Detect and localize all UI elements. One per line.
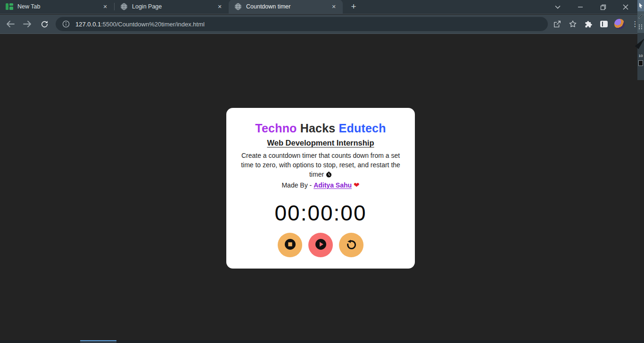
taskbar-edge <box>0 340 644 343</box>
timer-controls <box>226 233 415 257</box>
pen-tool-icon[interactable] <box>637 11 644 21</box>
window-controls <box>553 0 631 14</box>
tab-title: New Tab <box>17 3 101 10</box>
share-icon[interactable] <box>552 18 563 30</box>
annotation-toolbar-lower: 10 <box>637 33 644 80</box>
heart-icon: ❤ <box>354 181 360 189</box>
play-circle-icon <box>314 238 327 252</box>
play-button[interactable] <box>308 233 333 257</box>
brand-edutech: Edutech <box>339 122 386 135</box>
color-swatch[interactable] <box>638 60 643 66</box>
tab-close-icon[interactable]: ✕ <box>330 2 338 11</box>
reload-icon[interactable] <box>38 17 51 31</box>
tab-title: Login Page <box>132 3 215 10</box>
tab-close-icon[interactable]: ✕ <box>215 2 224 11</box>
clock-icon <box>326 171 332 180</box>
globe-favicon <box>120 3 128 10</box>
close-icon[interactable] <box>620 2 631 12</box>
author-link[interactable]: Aditya Sahu <box>314 181 352 189</box>
timer-display: 00:00:00 <box>226 200 415 226</box>
minimize-icon[interactable] <box>575 2 586 12</box>
extensions-puzzle-icon[interactable] <box>583 18 594 30</box>
globe-favicon <box>234 3 242 10</box>
address-bar[interactable]: 127.0.0.1:5500/Countdown%20timer/index.h… <box>56 17 548 31</box>
drag-handle-icon[interactable] <box>637 21 644 33</box>
countdown-card: Techno Hacks Edutech Web Development Int… <box>226 108 415 269</box>
tab-title: Countdown timer <box>246 3 330 10</box>
cursor-tool-icon[interactable] <box>637 0 644 11</box>
stop-button[interactable] <box>278 233 302 257</box>
url-host: 127.0.0.1 <box>75 21 101 28</box>
taskbar-active-app[interactable] <box>80 340 116 343</box>
reset-button[interactable] <box>339 233 363 257</box>
annotation-toolbar: 10 <box>637 0 644 80</box>
pen-size-label: 10 <box>639 54 643 58</box>
green-grid-favicon <box>6 3 13 10</box>
page-title: Techno Hacks Edutech <box>226 122 415 135</box>
restore-icon[interactable] <box>598 2 608 12</box>
browser-toolbar: 127.0.0.1:5500/Countdown%20timer/index.h… <box>0 15 644 34</box>
tab-close-icon[interactable]: ✕ <box>101 2 109 11</box>
side-panel-icon[interactable] <box>598 18 610 30</box>
screen: New Tab ✕ Login Page ✕ Countdown timer ✕… <box>0 0 644 343</box>
url-path: :5500/Countdown%20timer/index.html <box>101 21 205 28</box>
rotate-left-icon <box>345 238 358 252</box>
page-subtitle: Web Development Internship <box>226 139 415 147</box>
made-by-line: Made By - Aditya Sahu ❤ <box>226 180 415 190</box>
tab-strip: New Tab ✕ Login Page ✕ Countdown timer ✕… <box>0 0 644 14</box>
brand-techno: Techno <box>255 122 297 135</box>
tab-new-tab[interactable]: New Tab ✕ <box>0 0 114 14</box>
made-by-label: Made By - <box>281 181 312 189</box>
back-icon[interactable] <box>4 17 17 31</box>
toolbar-actions: ⋮ <box>552 18 641 30</box>
forward-icon[interactable] <box>21 17 34 31</box>
tab-countdown-timer[interactable]: Countdown timer ✕ <box>229 0 343 14</box>
url-text: 127.0.0.1:5500/Countdown%20timer/index.h… <box>75 21 205 28</box>
chevron-down-icon[interactable] <box>553 2 563 12</box>
brand-hacks: Hacks <box>300 122 336 135</box>
bookmark-star-icon[interactable] <box>567 18 578 30</box>
stop-circle-icon <box>284 238 297 252</box>
new-tab-button[interactable]: + <box>347 0 360 13</box>
info-icon[interactable] <box>62 20 70 28</box>
tab-login-page[interactable]: Login Page ✕ <box>115 0 229 14</box>
task-description: Create a countdown timer that counts dow… <box>238 151 404 180</box>
page-content: Techno Hacks Edutech Web Development Int… <box>0 34 644 340</box>
profile-avatar[interactable] <box>614 18 625 30</box>
